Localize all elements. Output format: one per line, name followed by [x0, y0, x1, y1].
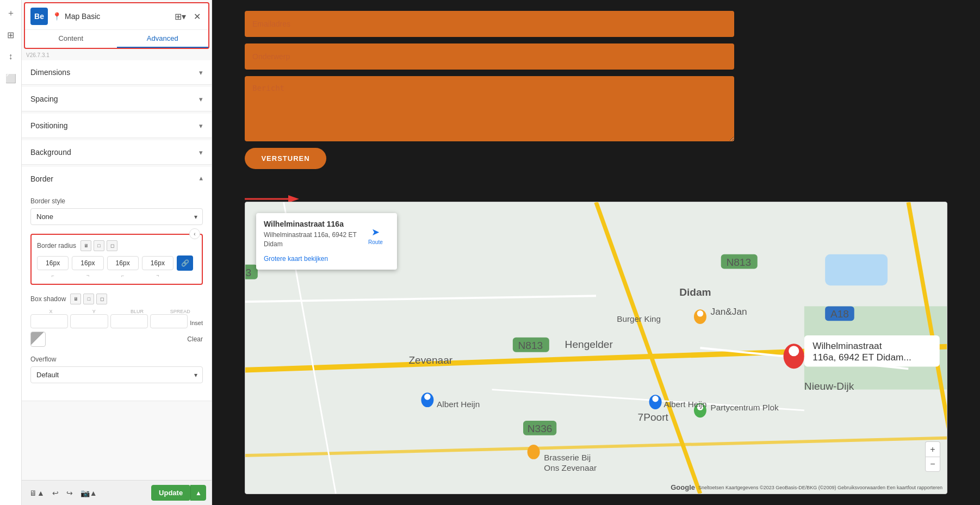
subject-field[interactable]	[245, 43, 734, 70]
radius-input-bl[interactable]	[142, 256, 173, 270]
svg-text:Wilhelminastraat: Wilhelminastraat	[812, 340, 882, 351]
map-controls: + −	[925, 441, 940, 472]
shadow-y-label: Y	[73, 309, 114, 314]
main-content: VERSTUREN	[212, 0, 980, 505]
shadow-blur-input[interactable]	[110, 314, 148, 328]
shadow-desktop-icon[interactable]: 🖥	[70, 294, 81, 304]
update-button[interactable]: Update	[151, 485, 190, 501]
form-area: VERSTUREN	[212, 0, 980, 191]
radius-input-br[interactable]	[107, 256, 139, 270]
accordion-background-header[interactable]: Background ▾	[22, 140, 212, 164]
radius-desktop-icon[interactable]: 🖥	[80, 240, 91, 251]
shadow-mobile-icon[interactable]: ◻	[96, 294, 107, 304]
grid-view-button[interactable]: ⊞▾	[172, 10, 188, 23]
update-arrow-button[interactable]: ▲	[190, 485, 206, 501]
svg-point-42	[697, 310, 703, 316]
zoom-out-button[interactable]: −	[925, 457, 940, 472]
radius-label-tr: ¬	[72, 273, 103, 278]
shadow-spread-input[interactable]	[150, 314, 188, 328]
radius-input-tl[interactable]	[37, 256, 69, 270]
radius-label: Border radius	[37, 242, 76, 250]
radius-mobile-icon[interactable]: ◻	[107, 240, 117, 251]
svg-text:Hengelder: Hengelder	[565, 339, 613, 350]
left-nav: ＋ ⊞ ↕ ⬜	[0, 0, 22, 505]
overflow-label: Overflow	[30, 356, 203, 363]
route-label: Route	[368, 239, 383, 245]
shadow-clear-button[interactable]: Clear	[187, 335, 203, 343]
border-style-select[interactable]: None Solid Dashed Dotted	[30, 208, 203, 225]
close-button[interactable]: ✕	[191, 10, 203, 23]
radius-label-br: ⌐	[107, 273, 139, 278]
message-field[interactable]	[245, 76, 734, 141]
map-footer-text: Sneltoetsen Kaartgegevens ©2023 GeoBasis…	[698, 485, 942, 490]
shadow-blur-label: BLUR	[117, 309, 158, 314]
radius-label-bl: ¬	[142, 273, 173, 278]
monitor-button[interactable]: 🖥▲	[27, 487, 47, 500]
accordion-background: Background ▾	[22, 140, 212, 165]
panel-title-actions: ⊞▾ ✕	[172, 10, 203, 23]
update-group: Update ▲	[151, 485, 206, 501]
accordion-border-header[interactable]: Border ▾	[22, 167, 212, 191]
submit-button[interactable]: VERSTUREN	[245, 148, 326, 169]
positioning-label: Positioning	[30, 121, 68, 130]
shadow-icon-group: 🖥 □ ◻	[70, 294, 107, 304]
radius-input-tr[interactable]	[72, 256, 103, 270]
svg-point-40	[652, 396, 658, 402]
svg-text:Brasserie Bij: Brasserie Bij	[544, 453, 591, 462]
email-field[interactable]	[245, 11, 734, 37]
overflow-select[interactable]: Default Hidden Scroll Auto	[30, 366, 203, 383]
panel-title-name: Map Basic	[65, 12, 100, 21]
arrow-row	[245, 191, 947, 202]
route-icon: ➤	[371, 226, 380, 238]
panel-header: Be 📍 Map Basic ⊞▾ ✕ Content Advanced	[24, 2, 209, 49]
border-content: Border style None Solid Dashed Dotted ▾ …	[22, 191, 212, 401]
tab-advanced[interactable]: Advanced	[117, 30, 209, 48]
panel-tabs: Content Advanced	[25, 29, 208, 48]
panel-title-bar: Be 📍 Map Basic ⊞▾ ✕	[25, 3, 208, 29]
undo-button[interactable]: ↩	[50, 487, 61, 500]
shadow-field-labels: X Y BLUR SPREAD	[30, 309, 203, 314]
svg-text:N336: N336	[528, 423, 553, 434]
nav-icon-grid[interactable]: ⊞	[2, 26, 20, 43]
shadow-color-swatch[interactable]	[30, 332, 46, 347]
svg-point-38	[424, 394, 430, 400]
svg-text:N813: N813	[245, 267, 251, 278]
be-logo: Be	[30, 8, 48, 25]
collapse-toggle[interactable]: ‹	[189, 228, 200, 239]
svg-text:Nieuw-Dijk: Nieuw-Dijk	[804, 381, 854, 392]
nav-icon-arrows[interactable]: ↕	[2, 48, 20, 65]
radius-inputs: 🔗	[37, 255, 196, 271]
popup-link[interactable]: Grotere kaart bekijken	[264, 255, 328, 263]
background-label: Background	[30, 148, 71, 157]
radius-link-button[interactable]: 🔗	[177, 255, 193, 271]
svg-text:Zevenaar: Zevenaar	[408, 354, 452, 366]
svg-text:7Poort: 7Poort	[638, 412, 669, 423]
box-shadow-section: Box shadow 🖥 □ ◻ X Y BLUR SPREAD	[30, 294, 203, 347]
tab-content[interactable]: Content	[25, 30, 117, 48]
accordion-dimensions-header[interactable]: Dimensions ▾	[22, 60, 212, 84]
radius-tablet-icon[interactable]: □	[94, 240, 104, 251]
camera-button[interactable]: 📷▲	[78, 487, 100, 500]
nav-icon-add[interactable]: ＋	[2, 4, 20, 22]
version-label: V26.7.3.1	[22, 51, 212, 59]
accordion-border: Border ▾ Border style None Solid Dashed …	[22, 167, 212, 401]
shadow-spread-label: SPREAD	[160, 309, 201, 314]
shadow-x-input[interactable]	[30, 314, 68, 328]
svg-text:116a, 6942 ET Didam...: 116a, 6942 ET Didam...	[812, 352, 911, 363]
shadow-y-input[interactable]	[70, 314, 108, 328]
svg-text:A18: A18	[830, 308, 849, 320]
svg-text:Partycentrum Plok: Partycentrum Plok	[711, 403, 779, 412]
svg-text:Albert Heijn: Albert Heijn	[437, 400, 480, 409]
accordion-positioning-header[interactable]: Positioning ▾	[22, 114, 212, 138]
accordion-spacing-header[interactable]: Spacing ▾	[22, 87, 212, 111]
popup-inner: Wilhelminastraat 116a Wilhelminastraat 1…	[264, 220, 389, 263]
map-footer: Google Sneltoetsen Kaartgegevens ©2023 G…	[245, 483, 947, 491]
nav-icon-layout[interactable]: ⬜	[2, 70, 20, 87]
shadow-bottom-row: Clear	[30, 332, 203, 347]
zoom-in-button[interactable]: +	[925, 441, 940, 457]
svg-text:Didam: Didam	[679, 286, 711, 298]
redo-button[interactable]: ↪	[64, 487, 75, 500]
svg-text:N813: N813	[518, 340, 543, 351]
map-container[interactable]: N813 N813 N813 A18 N815 N336 Zevenaar Di…	[245, 202, 947, 494]
shadow-tablet-icon[interactable]: □	[83, 294, 94, 304]
